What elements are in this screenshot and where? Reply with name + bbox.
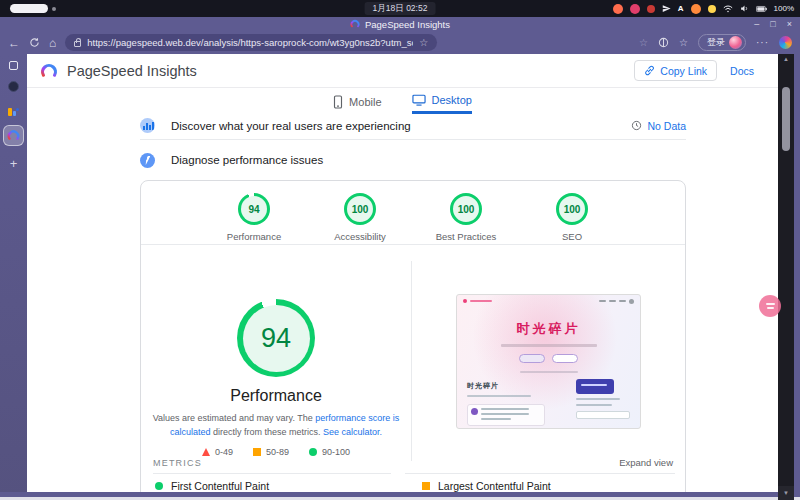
- score-best-practices[interactable]: 100 Best Practices: [430, 193, 502, 242]
- avatar: [729, 36, 742, 49]
- overflow-menu-icon[interactable]: ···: [756, 38, 769, 48]
- performance-gauge[interactable]: 94: [237, 299, 315, 377]
- address-bar[interactable]: https://pagespeed.web.dev/analysis/https…: [65, 34, 437, 51]
- score-seo[interactable]: 100 SEO: [536, 193, 608, 242]
- preview-hero: 时光碎片: [457, 320, 640, 373]
- scroll-up-icon[interactable]: ▲: [783, 56, 789, 62]
- send-icon[interactable]: [662, 4, 671, 13]
- site-screenshot-thumbnail[interactable]: 时光碎片 时光碎片: [456, 294, 641, 429]
- score-gauge: 94: [238, 193, 270, 225]
- tab-desktop-label: Desktop: [432, 94, 472, 106]
- copy-link-label: Copy Link: [660, 65, 707, 77]
- scroll-down-icon[interactable]: ▼: [778, 486, 794, 500]
- divider: [153, 473, 391, 474]
- score-gauge: 100: [344, 193, 376, 225]
- tab-favicon-pagespeed-icon: [350, 19, 360, 29]
- score-label: Best Practices: [436, 231, 497, 242]
- volume-icon[interactable]: [740, 4, 749, 13]
- sidebar-tab-analytics-icon[interactable]: [8, 105, 19, 116]
- score-gauge: 100: [556, 193, 588, 225]
- metrics-header: METRICS Expand view: [153, 457, 673, 468]
- link-icon: [644, 65, 655, 76]
- app-header: PageSpeed Insights Copy Link Docs: [27, 54, 778, 88]
- wifi-icon[interactable]: [723, 5, 733, 13]
- preview-site-title: 时光碎片: [457, 320, 640, 338]
- browser-tab-bar: PageSpeed Insights – □ ×: [0, 17, 800, 31]
- pass-circle-icon: [309, 448, 317, 456]
- performance-score-value: 94: [261, 323, 291, 354]
- minimize-icon[interactable]: –: [754, 19, 759, 29]
- copy-link-button[interactable]: Copy Link: [634, 60, 717, 81]
- close-icon[interactable]: ×: [787, 19, 792, 29]
- results-card: 94 Performance 100 Accessibility 100 Bes…: [140, 180, 686, 500]
- performance-heading: Performance: [230, 387, 322, 405]
- app-tray-icon-1[interactable]: [613, 4, 623, 14]
- fail-triangle-icon: [202, 448, 210, 456]
- metric-fcp-label: First Contentful Paint: [171, 480, 269, 492]
- score-label: Accessibility: [334, 231, 386, 242]
- preview-section-title: 时光碎片: [467, 381, 545, 391]
- score-performance[interactable]: 94 Performance: [218, 193, 290, 242]
- back-button[interactable]: ←: [8, 37, 20, 49]
- metric-fcp[interactable]: First Contentful Paint: [155, 480, 269, 492]
- score-legend: 0-49 50-89 90-100: [202, 447, 350, 457]
- performance-summary: 94 Performance Values are estimated and …: [141, 244, 411, 457]
- copilot-icon[interactable]: [779, 36, 792, 49]
- scrollbar-thumb[interactable]: [782, 87, 790, 151]
- legend-average-range: 50-89: [266, 447, 289, 457]
- clock-icon: [631, 120, 642, 131]
- preview-side-widget: [576, 379, 632, 419]
- diagnose-title: Diagnose performance issues: [171, 154, 323, 166]
- discover-title: Discover what your real users are experi…: [171, 120, 411, 132]
- browser-toolbar: ← ⌂ https://pagespeed.web.dev/analysis/h…: [0, 31, 800, 54]
- maximize-icon[interactable]: □: [770, 19, 775, 29]
- sidebar-tab-site1[interactable]: [8, 81, 19, 92]
- preview-section: 时光碎片: [467, 381, 545, 426]
- bookmark-dim-star-icon[interactable]: ☆: [639, 38, 648, 48]
- floating-widget[interactable]: [759, 295, 781, 317]
- lock-icon[interactable]: [74, 41, 81, 47]
- device-tabs: Mobile Desktop: [27, 94, 778, 114]
- category-scores: 94 Performance 100 Accessibility 100 Bes…: [141, 193, 685, 242]
- system-bar: 1月18日 02:52 A 100%: [0, 0, 800, 17]
- app-tray-icon-2[interactable]: [630, 4, 640, 14]
- score-accessibility[interactable]: 100 Accessibility: [324, 193, 396, 242]
- bookmark-star-icon[interactable]: ☆: [419, 37, 428, 48]
- field-data-icon: [140, 118, 155, 133]
- toolbar-right: ☆ ☆ 登录 ···: [639, 34, 792, 51]
- favorites-icon[interactable]: ☆: [679, 38, 688, 48]
- lab-data-icon: [140, 153, 155, 168]
- no-data-status[interactable]: No Data: [631, 120, 686, 132]
- window-controls: – □ ×: [754, 17, 792, 31]
- app-tray-icon-5[interactable]: [708, 5, 716, 13]
- see-calculator-link[interactable]: See calculator.: [323, 427, 382, 437]
- refresh-button[interactable]: [29, 37, 40, 48]
- monitor-icon: [412, 94, 426, 106]
- tab-actions-icon[interactable]: [9, 61, 18, 70]
- app-tray-icon-4[interactable]: [691, 4, 701, 14]
- new-tab-button[interactable]: +: [10, 156, 18, 171]
- tab-desktop[interactable]: Desktop: [412, 94, 472, 114]
- system-clock: 1月18日 02:52: [365, 2, 436, 15]
- page-scrollbar[interactable]: ▲: [778, 54, 794, 500]
- expand-view-button[interactable]: Expand view: [619, 457, 673, 468]
- app-tray-icon-3[interactable]: [647, 5, 655, 13]
- docs-link[interactable]: Docs: [730, 65, 754, 77]
- tab-mobile[interactable]: Mobile: [333, 94, 381, 114]
- page-content: PageSpeed Insights Copy Link Docs Mobile…: [27, 54, 778, 500]
- input-method-icon[interactable]: A: [678, 4, 684, 13]
- home-button[interactable]: ⌂: [49, 37, 56, 49]
- metrics-heading: METRICS: [153, 458, 202, 468]
- sign-in-button[interactable]: 登录: [698, 34, 746, 51]
- tab-title[interactable]: PageSpeed Insights: [365, 19, 450, 30]
- sign-in-label: 登录: [707, 36, 725, 49]
- vertical-tab-sidebar: +: [0, 54, 27, 500]
- split-screen-icon[interactable]: [658, 37, 669, 48]
- notch-pill: [10, 4, 48, 13]
- sidebar-tab-pagespeed-active[interactable]: [3, 125, 24, 146]
- url-text[interactable]: https://pagespeed.web.dev/analysis/https…: [87, 37, 413, 48]
- metric-lcp[interactable]: Largest Contentful Paint: [422, 480, 551, 492]
- score-disclaimer: Values are estimated and may vary. The p…: [142, 412, 410, 440]
- average-square-icon: [422, 482, 430, 490]
- battery-icon: [756, 5, 767, 13]
